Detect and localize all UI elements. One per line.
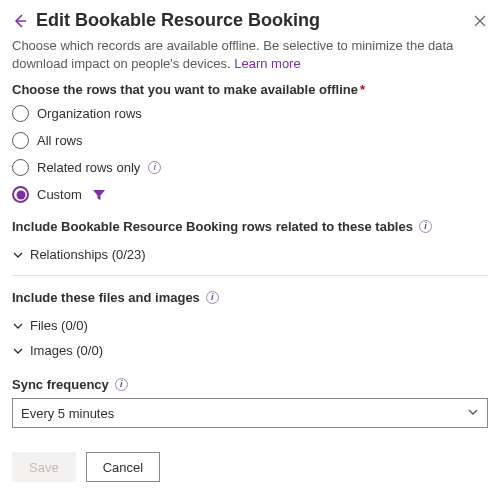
- panel-description-text: Choose which records are available offli…: [12, 38, 453, 71]
- save-button: Save: [12, 452, 76, 482]
- panel-title: Edit Bookable Resource Booking: [36, 10, 472, 31]
- files-expander[interactable]: Files (0/0): [12, 313, 488, 338]
- radio-organization[interactable]: [12, 105, 29, 122]
- radio-row-organization[interactable]: Organization rows: [12, 105, 488, 122]
- required-star: *: [360, 82, 365, 97]
- images-label: Images (0/0): [30, 343, 103, 358]
- info-icon[interactable]: i: [115, 378, 128, 391]
- filter-icon[interactable]: [92, 188, 106, 202]
- radio-row-related[interactable]: Related rows only i: [12, 159, 488, 176]
- radio-row-all[interactable]: All rows: [12, 132, 488, 149]
- sync-frequency-value: Every 5 minutes: [21, 406, 114, 421]
- sync-frequency-select[interactable]: Every 5 minutes: [12, 398, 488, 428]
- radio-custom[interactable]: [12, 186, 29, 203]
- panel-header: Edit Bookable Resource Booking: [12, 10, 488, 31]
- divider: [12, 275, 488, 276]
- radio-label-organization[interactable]: Organization rows: [37, 106, 142, 121]
- files-label: Files (0/0): [30, 318, 88, 333]
- chevron-down-icon: [12, 249, 24, 261]
- relationships-label: Relationships (0/23): [30, 247, 146, 262]
- related-tables-label-text: Include Bookable Resource Booking rows r…: [12, 219, 413, 234]
- back-icon[interactable]: [12, 13, 28, 29]
- learn-more-link[interactable]: Learn more: [234, 56, 300, 71]
- info-icon[interactable]: i: [419, 220, 432, 233]
- related-tables-label: Include Bookable Resource Booking rows r…: [12, 219, 488, 234]
- panel-description: Choose which records are available offli…: [12, 37, 488, 72]
- info-icon[interactable]: i: [206, 291, 219, 304]
- chevron-down-icon: [12, 320, 24, 332]
- relationships-expander[interactable]: Relationships (0/23): [12, 242, 488, 267]
- files-images-label-text: Include these files and images: [12, 290, 200, 305]
- rows-section-label-text: Choose the rows that you want to make av…: [12, 82, 358, 97]
- radio-related[interactable]: [12, 159, 29, 176]
- radio-row-custom[interactable]: Custom: [12, 186, 488, 203]
- button-row: Save Cancel: [12, 452, 488, 482]
- cancel-button[interactable]: Cancel: [86, 452, 160, 482]
- close-icon[interactable]: [472, 13, 488, 29]
- radio-label-custom[interactable]: Custom: [37, 187, 82, 202]
- images-expander[interactable]: Images (0/0): [12, 338, 488, 363]
- radio-label-related[interactable]: Related rows only: [37, 160, 140, 175]
- rows-section-label: Choose the rows that you want to make av…: [12, 82, 488, 97]
- chevron-down-icon: [12, 345, 24, 357]
- info-icon[interactable]: i: [148, 161, 161, 174]
- rows-radio-group: Organization rows All rows Related rows …: [12, 105, 488, 203]
- radio-all[interactable]: [12, 132, 29, 149]
- chevron-down-icon: [467, 406, 479, 421]
- radio-label-all[interactable]: All rows: [37, 133, 83, 148]
- sync-frequency-label-text: Sync frequency: [12, 377, 109, 392]
- sync-frequency-label: Sync frequency i: [12, 377, 488, 392]
- edit-panel: Edit Bookable Resource Booking Choose wh…: [0, 0, 500, 482]
- files-images-label: Include these files and images i: [12, 290, 488, 305]
